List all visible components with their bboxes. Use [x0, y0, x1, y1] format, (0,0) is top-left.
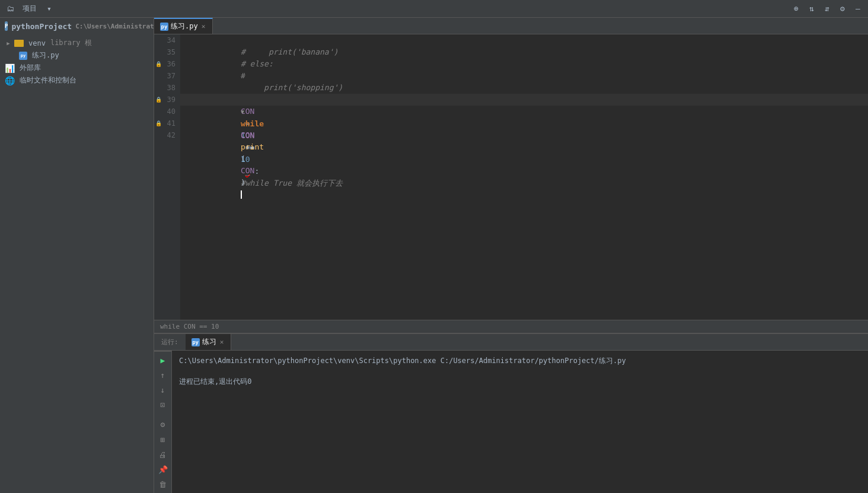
run-left-icons: ▶ ↑ ↓ ⊡ ⚙ ⊞ 🖨 📌 🗑	[154, 351, 172, 493]
sidebar-item-venv[interactable]: ▶ venv library 根	[0, 37, 154, 49]
sidebar-item-label-lianxi: 练习.py	[32, 50, 59, 61]
run-tab-close[interactable]: ✕	[219, 338, 225, 346]
sidebar: P pythonProject C:\Users\Administrator\p…	[0, 18, 154, 493]
tab-lianxi[interactable]: py 练习.py ✕	[154, 18, 213, 34]
add-file-icon[interactable]: ⊕	[791, 4, 802, 14]
bar-chart-icon: 📊	[5, 63, 15, 73]
line-num-41: 🔒 41	[154, 117, 180, 129]
line-num-42: 42	[154, 129, 180, 141]
minimize-panel-icon[interactable]: —	[853, 4, 863, 14]
code-token-print: print	[241, 142, 264, 151]
scratch-icon: 🌐	[5, 76, 15, 85]
content-area: py 练习.py ✕ 34 35 🔒 36 37 38	[154, 18, 868, 493]
sidebar-tree: ▶ venv library 根 py 练习.py 📊 外部库 🌐 临时文件和控…	[0, 34, 154, 493]
sidebar-header: P pythonProject C:\Users\Administrator\p…	[0, 18, 154, 34]
code-token: print('shopping')	[241, 83, 343, 92]
tab-label: 练习.py	[171, 21, 198, 31]
run-label: 运行:	[154, 334, 186, 350]
code-token: (	[241, 154, 245, 163]
code-line-37	[180, 70, 868, 82]
dropdown-icon[interactable]: ▾	[44, 4, 55, 14]
line-num-39: 🔒 39	[154, 94, 180, 106]
fold-icon: ▼	[241, 109, 244, 115]
code-line-42	[180, 129, 868, 141]
main-layout: P pythonProject C:\Users\Administrator\p…	[0, 18, 868, 493]
sidebar-item-external[interactable]: 📊 外部库	[0, 62, 154, 74]
tab-bar: py 练习.py ✕	[154, 18, 868, 34]
code-token-comment: #while True 就会执行下去	[241, 179, 343, 187]
run-print-icon[interactable]: 🖨	[157, 449, 170, 461]
project-folder-icon: P	[5, 21, 8, 31]
run-stop-icon[interactable]: ⊡	[157, 399, 170, 411]
arrow-icon: ▶	[5, 40, 12, 47]
project-path: C:\Users\Administrator\pytho	[75, 23, 154, 30]
project-label: 项目	[20, 2, 39, 15]
run-delete-icon[interactable]: 🗑	[157, 478, 170, 491]
line-num-34: 34	[154, 34, 180, 46]
code-line-39: ▼ while CON == 10 _ : #while True 就会执行下去	[180, 94, 868, 106]
project-name: pythonProject	[11, 22, 72, 31]
code-token: # print('banana')	[241, 47, 338, 56]
code-lines: # print('banana') # else: # print('shopp…	[180, 34, 868, 320]
code-token	[241, 95, 259, 104]
line-num-36: 🔒 36	[154, 58, 180, 70]
code-token: #	[241, 71, 245, 80]
code-editor[interactable]: 34 35 🔒 36 37 38 🔒 39 40 🔒 41	[154, 34, 868, 320]
settings-icon[interactable]: ⚙	[837, 4, 848, 14]
code-token: # else:	[241, 59, 273, 68]
run-scroll-down-icon[interactable]: ↓	[157, 384, 170, 396]
folder-icon-venv	[14, 40, 24, 47]
sidebar-item-label-external: 外部库	[20, 63, 41, 73]
gutter-icon-39: 🔒	[155, 94, 162, 106]
bottom-tab-lianxi[interactable]: py 练习 ✕	[186, 334, 232, 350]
sidebar-item-lianxi[interactable]: py 练习.py	[0, 49, 154, 62]
code-token: )	[241, 178, 245, 187]
line-num-38: 38	[154, 82, 180, 94]
code-content: 34 35 🔒 36 37 38 🔒 39 40 🔒 41	[154, 34, 868, 320]
sidebar-item-label-scratch: 临时文件和控制台	[20, 75, 76, 85]
line-numbers: 34 35 🔒 36 37 38 🔒 39 40 🔒 41	[154, 34, 180, 320]
code-line-40: CON += 1	[180, 106, 868, 117]
bottom-tab-bar: 运行: py 练习 ✕	[154, 334, 868, 351]
run-tab-label: 练习	[202, 337, 216, 347]
run-panel-content: C:\Users\Administrator\pythonProject\ven…	[172, 351, 868, 493]
tab-close-button[interactable]: ✕	[200, 23, 207, 30]
bottom-panel: 运行: py 练习 ✕ ▶ ↑ ↓ ⊡ ⚙ ⊞ 🖨	[154, 333, 868, 493]
code-token	[241, 131, 278, 139]
line-num-37: 37	[154, 70, 180, 82]
sidebar-item-label-venv-sub: library 根	[50, 38, 92, 48]
top-toolbar: 🗂 项目 ▾ ⊕ ⇅ ⇵ ⚙ —	[0, 0, 868, 18]
sort-down-icon[interactable]: ⇵	[822, 4, 832, 14]
code-token-con: CON	[241, 166, 254, 175]
code-line-41: print ( CON )	[180, 117, 868, 129]
run-command-text: C:\Users\Administrator\pythonProject\ven…	[179, 355, 861, 367]
status-text: while CON == 10	[160, 323, 219, 330]
py-tab-icon: py	[160, 23, 168, 31]
run-scroll-up-icon[interactable]: ↑	[157, 369, 170, 381]
run-play-icon[interactable]: ▶	[157, 354, 170, 367]
gutter-icon-36: 🔒	[155, 58, 162, 70]
run-pin-icon[interactable]: 📌	[157, 463, 170, 476]
sidebar-item-label-venv: venv	[28, 39, 46, 47]
run-tab-icon: py	[192, 338, 200, 346]
cursor	[241, 190, 242, 199]
line-num-35: 35	[154, 46, 180, 58]
line-num-40: 40	[154, 106, 180, 117]
gutter-icon-41: 🔒	[155, 117, 162, 129]
run-label-text: 运行:	[161, 338, 178, 346]
code-line-34: # print('banana')	[180, 34, 868, 46]
editor-status-bar: while CON == 10	[154, 320, 868, 333]
run-settings-icon[interactable]: ⚙	[157, 418, 170, 431]
py-file-icon-lianxi: py	[19, 52, 27, 60]
code-token	[241, 119, 278, 128]
sort-up-icon[interactable]: ⇅	[806, 4, 817, 14]
sidebar-item-scratch[interactable]: 🌐 临时文件和控制台	[0, 74, 154, 87]
project-icon: 🗂	[5, 4, 15, 14]
code-line-36: # print('shopping')	[180, 58, 868, 70]
run-layout-icon[interactable]: ⊞	[157, 434, 170, 446]
process-exit-text: 进程已结束,退出代码0	[179, 376, 861, 387]
